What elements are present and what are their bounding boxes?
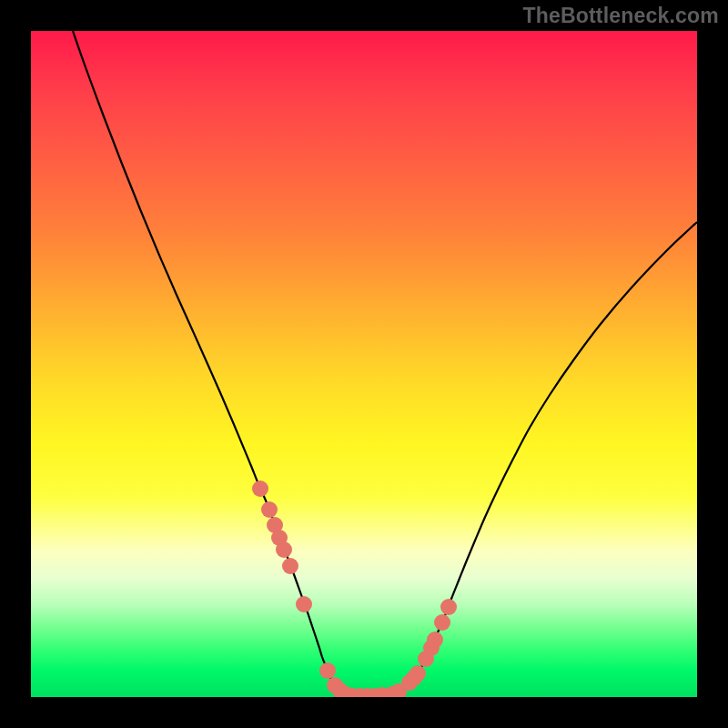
- data-marker: [276, 541, 292, 558]
- data-markers: [252, 480, 457, 697]
- data-marker: [434, 614, 450, 631]
- data-marker: [282, 558, 298, 574]
- data-marker: [296, 596, 312, 612]
- chart-svg: [31, 31, 697, 697]
- plot-area: [31, 31, 697, 697]
- data-marker: [252, 480, 268, 497]
- data-marker: [410, 665, 426, 682]
- data-marker: [261, 501, 278, 518]
- data-marker: [319, 662, 336, 679]
- data-marker: [427, 632, 443, 648]
- watermark-text: TheBottleneck.com: [522, 4, 719, 28]
- bottleneck-curve: [73, 31, 697, 697]
- chart-frame: TheBottleneck.com: [0, 0, 728, 728]
- data-marker: [440, 599, 457, 615]
